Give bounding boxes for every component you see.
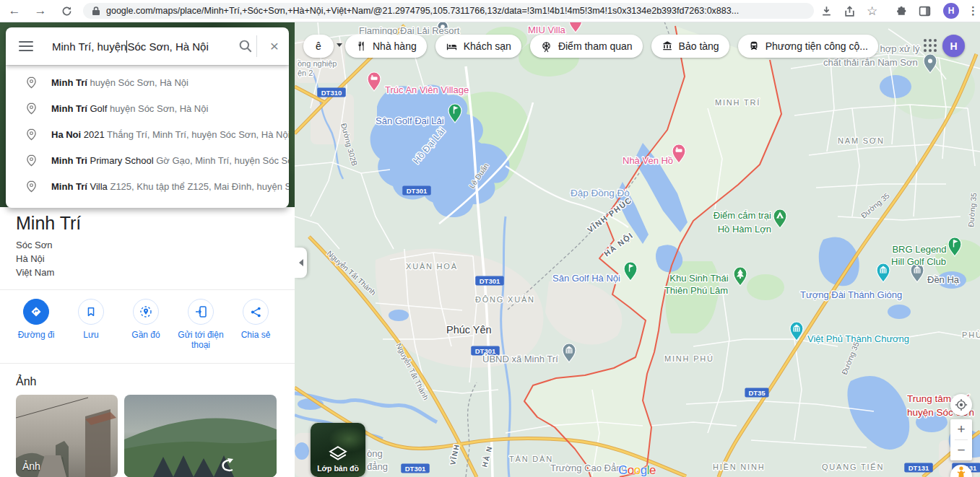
suggestion-item[interactable]: Minh Trí Villa Z125, Khu tập thể Z125, M… bbox=[6, 173, 289, 199]
photo-badge: Ảnh bbox=[22, 460, 40, 472]
map-label[interactable]: chất thải rắn Nam Sơn bbox=[823, 57, 918, 68]
map-label[interactable]: Sân Golf Đại Lải bbox=[376, 115, 444, 126]
transit-icon bbox=[748, 40, 760, 52]
place-photo[interactable]: Ảnh bbox=[16, 395, 118, 477]
map-label[interactable]: Nhà Ven Hồ bbox=[623, 155, 673, 166]
place-photo-360[interactable] bbox=[124, 395, 277, 477]
share-icon bbox=[844, 5, 856, 17]
suggestion-text: Ha Noi 2021 Thắng Trí, Minh Trí, huyện S… bbox=[51, 129, 289, 140]
chip-label: Bảo tàng bbox=[679, 40, 719, 52]
chevron-down-icon[interactable] bbox=[337, 43, 342, 47]
suggestion-text: Minh Tri Primary School Gờ Gạo, Minh Trí… bbox=[51, 155, 289, 166]
chip-transit[interactable]: Phương tiện công cộ... bbox=[738, 35, 878, 58]
map-label[interactable]: Hồ Hàm Lợn bbox=[718, 224, 771, 235]
account-avatar[interactable]: H bbox=[942, 35, 965, 57]
chip-hotels[interactable]: Khách sạn bbox=[435, 35, 521, 58]
map-label[interactable]: Sân Golf Hà Nội bbox=[552, 273, 620, 284]
google-letter: G bbox=[618, 463, 628, 477]
zoom-out-button[interactable]: − bbox=[950, 440, 972, 460]
share-button[interactable] bbox=[844, 2, 856, 19]
save-button[interactable]: Lưu bbox=[64, 299, 118, 350]
google-letter: e bbox=[649, 463, 656, 477]
search-text-right: Sóc Sơn, Hà Nội bbox=[127, 40, 208, 53]
menu-icon[interactable] bbox=[19, 38, 33, 54]
collapse-panel-button[interactable] bbox=[295, 248, 307, 278]
menu-kebab-button[interactable]: ⋮ bbox=[968, 2, 979, 19]
search-input[interactable]: Minh Trí, huyệnSóc Sơn, Hà Nội bbox=[52, 40, 238, 53]
map-label[interactable]: Hill Golf Club bbox=[891, 256, 946, 267]
map-label[interactable]: ện 2 bbox=[298, 69, 313, 77]
road-badge-label: DT301 bbox=[405, 465, 426, 473]
map-label[interactable]: Trúc An Viên Village bbox=[385, 84, 469, 95]
my-location-button[interactable] bbox=[950, 394, 972, 416]
map-label: PHÙ L bbox=[962, 331, 980, 339]
download-icon bbox=[820, 5, 833, 17]
chip-museums[interactable]: Bảo tàng bbox=[651, 35, 729, 58]
map-label[interactable]: Trường Cao Đẳng bbox=[550, 463, 627, 473]
search-suggestions: Minh Trí huyện Sóc Sơn, Hà Nội Minh Trí … bbox=[6, 65, 289, 208]
directions-icon bbox=[30, 305, 43, 318]
browser-avatar[interactable]: H bbox=[943, 2, 959, 19]
forward-button[interactable]: → bbox=[32, 2, 49, 19]
suggestion-text: Minh Trí huyện Sóc Sơn, Hà Nội bbox=[51, 77, 196, 88]
suggestion-item[interactable]: Minh Trí huyện Sóc Sơn, Hà Nội bbox=[6, 69, 289, 95]
avatar: H bbox=[943, 3, 959, 19]
search-icon[interactable] bbox=[238, 38, 253, 54]
map-label: Phúc Yên bbox=[446, 324, 492, 336]
map-label[interactable]: MIU Villa bbox=[528, 25, 566, 35]
lock-icon bbox=[92, 6, 100, 16]
map-label: XUÂN HOÀ bbox=[406, 262, 458, 271]
side-panel-button[interactable] bbox=[919, 2, 931, 19]
chip-label: Điểm tham quan bbox=[558, 40, 633, 52]
chip-label: Phương tiện công cộ... bbox=[766, 40, 868, 52]
bookmark-star-button[interactable]: ☆ bbox=[867, 2, 877, 19]
category-chips: Nhà hàng Khách sạn Điểm tham quan Bảo tà… bbox=[345, 35, 878, 58]
map-label[interactable]: Tượng Đài Thánh Gióng bbox=[800, 289, 902, 300]
side-panel-icon bbox=[919, 5, 931, 17]
google-apps-grid-icon[interactable] bbox=[922, 38, 938, 56]
share-place-button[interactable]: Chia sẻ bbox=[228, 299, 283, 350]
map-label[interactable]: BRG Legend bbox=[892, 244, 946, 255]
map-label[interactable]: Điểm cắm trại bbox=[714, 210, 771, 221]
map-label[interactable]: ỦBND xã Minh Trí bbox=[482, 354, 558, 364]
extensions-button[interactable] bbox=[896, 2, 908, 19]
map-label[interactable]: Việt Phủ Thành Chương bbox=[807, 333, 909, 344]
map-layers-button[interactable]: Lớp bản đồ bbox=[311, 423, 365, 477]
map-canvas[interactable]: DT310DT301DT301DT301DT301DT35DT131DT131 … bbox=[295, 22, 980, 477]
partial-chip-label: ê bbox=[316, 40, 321, 52]
map-label[interactable]: òng bbox=[367, 448, 383, 459]
chip-restaurants[interactable]: Nhà hàng bbox=[345, 35, 427, 58]
close-icon[interactable]: × bbox=[260, 38, 289, 55]
map-label: TÂN DÂN bbox=[509, 455, 553, 463]
photo-mountain-view bbox=[124, 395, 277, 477]
map-label[interactable]: Đền Hạ bbox=[927, 274, 960, 285]
map-label: MINH TRÍ bbox=[715, 98, 760, 107]
map-label[interactable]: Khu Sinh Thái bbox=[669, 273, 729, 284]
road-badge-label: DT301 bbox=[407, 187, 428, 195]
map-label[interactable]: ồng nghiệp bbox=[298, 59, 337, 68]
page-title: Minh Trí bbox=[16, 213, 295, 234]
puzzle-icon bbox=[896, 5, 908, 17]
suggestion-item[interactable]: Minh Trí Golf huyện Sóc Sơn, Hà Nội bbox=[6, 95, 289, 121]
url-text: google.com/maps/place/Minh+Trí,+Sóc+Sơn,… bbox=[106, 6, 739, 16]
map-label: QUANG TIẾN bbox=[822, 463, 884, 471]
map-label[interactable]: Thiên Phú Lâm bbox=[664, 285, 728, 296]
search-box[interactable]: Minh Trí, huyệnSóc Sơn, Hà Nội × bbox=[6, 27, 289, 65]
url-bar[interactable]: google.com/maps/place/Minh+Trí,+Sóc+Sơn,… bbox=[83, 3, 814, 19]
place-pin-icon bbox=[26, 102, 37, 115]
partial-chip[interactable]: ê bbox=[303, 35, 334, 58]
reload-button[interactable] bbox=[58, 2, 75, 19]
directions-button[interactable]: Đường đi bbox=[9, 299, 64, 350]
nearby-button[interactable]: Gần đó bbox=[118, 299, 173, 350]
suggestion-item[interactable]: Ha Noi 2021 Thắng Trí, Minh Trí, huyện S… bbox=[6, 121, 289, 147]
download-button[interactable] bbox=[820, 2, 833, 19]
layers-icon bbox=[329, 445, 347, 463]
chevron-left-icon bbox=[299, 259, 303, 266]
send-to-phone-button[interactable]: Gửi tới điện thoại bbox=[173, 299, 228, 350]
my-location-icon bbox=[955, 398, 968, 411]
map-label[interactable]: đẳng bbox=[367, 461, 388, 472]
back-button[interactable]: ← bbox=[6, 2, 23, 19]
chip-attractions[interactable]: Điểm tham quan bbox=[530, 35, 643, 58]
suggestion-item[interactable]: Minh Tri Primary School Gờ Gạo, Minh Trí… bbox=[6, 147, 289, 173]
zoom-in-button[interactable]: + bbox=[950, 419, 972, 439]
